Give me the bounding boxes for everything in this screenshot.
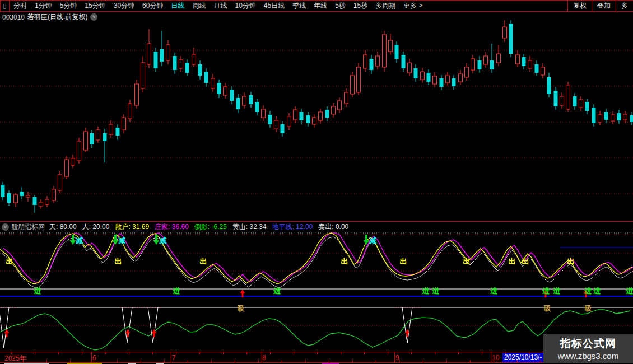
axis-minor-tick: [11, 352, 12, 354]
site-watermark: 指标公式网 www.zbgs3.com: [543, 334, 633, 363]
candle-up: [313, 118, 316, 124]
axis-minor-tick: [388, 352, 388, 354]
candle-up: [471, 59, 475, 70]
candle-down: [630, 115, 633, 122]
axis-month-tick: [491, 352, 491, 363]
axis-minor-tick: [470, 360, 471, 362]
indicator-header: ˅ 股朋指标网 天: 80.00人: 20.00散户: 31.69庄家: 36.…: [0, 221, 633, 232]
candle-up: [364, 55, 367, 68]
candle-up: [58, 175, 62, 190]
candle-down: [154, 52, 158, 68]
candle-up: [166, 45, 170, 60]
candle-up: [45, 199, 49, 204]
absorb-arrow-icon: [6, 333, 8, 337]
axis-minor-tick: [376, 360, 376, 362]
candle-up: [287, 116, 291, 127]
axis-minor-tick: [317, 352, 318, 354]
candle-down: [1, 185, 5, 197]
candle-down: [535, 64, 539, 73]
indicator-field-天: 天: 80.00: [49, 222, 77, 232]
candle-up: [351, 76, 355, 94]
candle-down: [395, 45, 399, 59]
axis-minor-tick: [329, 360, 329, 362]
candle-down: [306, 115, 310, 123]
sell-signal-label: 出: [115, 257, 122, 265]
candle-up: [566, 85, 570, 109]
chevron-down-icon[interactable]: ˅: [2, 223, 9, 231]
axis-minor-tick: [482, 352, 482, 354]
candle-up: [135, 84, 139, 105]
sell-signal-label: 出: [200, 257, 207, 265]
candle-down: [300, 112, 304, 120]
candle-up: [192, 54, 196, 64]
candle-up: [579, 100, 583, 108]
axis-minor-tick: [529, 352, 529, 354]
axis-month-tick: [91, 352, 92, 363]
reduce-signal-label: 减: [118, 236, 126, 245]
candle-up: [497, 54, 501, 63]
daoying-line: [0, 310, 630, 350]
enter-signal-label: 进: [432, 287, 440, 295]
candle-up: [623, 114, 627, 120]
buy-arrow-icon: [242, 293, 244, 297]
axis-minor-tick: [282, 360, 282, 362]
enter-signal-label: 进: [422, 287, 430, 295]
axis-minor-tick: [399, 360, 400, 362]
reduce-arrow-icon: [113, 240, 119, 245]
chart-canvas[interactable]: 出出出出出出出出出进进进进进进进进进进进吸吸吸减减减减: [0, 0, 633, 364]
axis-minor-tick: [152, 352, 153, 354]
candle-up: [528, 60, 532, 68]
candle-down: [585, 102, 589, 111]
axis-minor-tick: [305, 360, 306, 362]
candle-up: [446, 76, 450, 83]
reduce-arrow-icon: [114, 235, 117, 240]
sell-signal-label: 出: [463, 257, 471, 265]
candle-up: [611, 115, 615, 121]
candle-down: [20, 192, 24, 196]
candle-up: [560, 96, 564, 105]
watermark-site-url: www.zbgs3.com: [558, 351, 618, 361]
candle-up: [541, 67, 545, 75]
candle-up: [128, 104, 132, 119]
candle-up: [357, 67, 361, 92]
candle-down: [268, 115, 272, 124]
candle-up: [96, 130, 100, 140]
absorb-arrow-icon: [125, 329, 131, 333]
indicator-source-name[interactable]: 股朋指标网: [11, 222, 45, 232]
enter-signal-label: 进: [553, 287, 561, 295]
axis-minor-tick: [23, 360, 24, 362]
indicator-field-散户: 散户: 31.69: [115, 222, 149, 232]
candle-up: [71, 158, 75, 165]
axis-minor-tick: [35, 352, 35, 354]
buy-arrow-icon: [240, 290, 245, 293]
axis-minor-tick: [341, 352, 341, 354]
axis-minor-tick: [141, 360, 141, 362]
axis-minor-tick: [505, 352, 506, 354]
absorb-signal-label: 吸: [238, 304, 245, 312]
axis-minor-tick: [223, 352, 224, 354]
candle-down: [604, 112, 608, 120]
sell-signal-label: 出: [400, 257, 407, 265]
axis-minor-tick: [94, 360, 94, 362]
axis-minor-tick: [129, 352, 129, 354]
candle-down: [452, 78, 456, 86]
indicator-field-人: 人: 20.00: [82, 222, 110, 232]
candle-down: [402, 55, 406, 68]
candle-up: [141, 63, 145, 88]
candle-up: [65, 160, 69, 176]
absorb-arrow-icon: [153, 333, 155, 337]
candle-up: [147, 44, 151, 64]
candle-down: [160, 49, 164, 62]
axis-minor-tick: [70, 360, 71, 362]
absorb-arrow-icon: [407, 333, 408, 337]
candle-up: [109, 124, 113, 134]
axis-minor-tick: [58, 352, 59, 354]
axis-minor-tick: [423, 360, 423, 362]
time-axis[interactable]: 2025年 2025/10/13/- 678910: [0, 352, 633, 363]
enter-signal-label: 进: [490, 287, 498, 295]
reduce-arrow-icon: [365, 235, 367, 240]
watermark-site-name: 指标公式网: [560, 337, 616, 351]
axis-minor-tick: [258, 360, 259, 362]
reduce-arrow-icon: [70, 240, 76, 245]
candle-up: [224, 87, 227, 95]
